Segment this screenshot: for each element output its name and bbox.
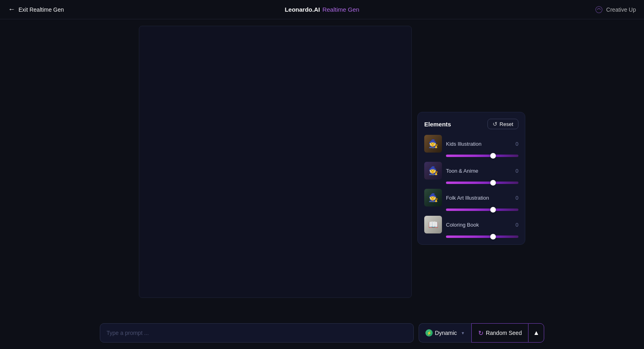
element-thumb-toon: 🧙 xyxy=(424,162,442,180)
element-thumb-folk: 🧙 xyxy=(424,189,442,207)
random-seed-label: Random Seed xyxy=(486,330,522,336)
dynamic-label: Dynamic xyxy=(435,330,457,336)
slider-track-folk xyxy=(446,209,518,211)
bottom-bar: ⚡ Dynamic ▼ ↻ Random Seed ▲ xyxy=(0,317,644,349)
element-name-folk: Folk Art Illustration xyxy=(446,195,489,201)
slider-container-toon[interactable] xyxy=(446,182,518,184)
slider-container-folk[interactable] xyxy=(446,209,518,211)
reset-icon: ↺ xyxy=(493,121,497,127)
element-row-coloring: 📖 Coloring Book 0 xyxy=(424,216,518,233)
exit-button[interactable]: ← Exit Realtime Gen xyxy=(8,5,64,14)
elements-panel: Elements ↺ Reset 🧙 Kids Illustration 0 🧙… xyxy=(417,112,525,245)
creative-up-label: Creative Up xyxy=(606,6,636,13)
element-value-kids: 0 xyxy=(516,141,518,147)
element-item-folk: 🧙 Folk Art Illustration 0 xyxy=(424,189,518,211)
slider-track-coloring xyxy=(446,235,518,238)
element-info-folk: Folk Art Illustration 0 xyxy=(446,195,518,201)
main-canvas xyxy=(139,26,412,298)
elements-header: Elements ↺ Reset xyxy=(424,119,518,129)
creative-up-icon xyxy=(595,6,603,14)
header-right: Creative Up xyxy=(595,6,636,14)
header-subtitle: Realtime Gen xyxy=(322,6,359,13)
logo-text: Leonardo.AI xyxy=(285,6,320,13)
svg-point-0 xyxy=(596,6,602,13)
element-value-toon: 0 xyxy=(516,168,518,174)
element-name-toon: Toon & Anime xyxy=(446,168,478,174)
element-value-folk: 0 xyxy=(516,195,518,201)
element-item-kids: 🧙 Kids Illustration 0 xyxy=(424,135,518,157)
bottom-controls: ⚡ Dynamic ▼ ↻ Random Seed ▲ xyxy=(419,323,545,343)
elements-title: Elements xyxy=(424,121,451,128)
expand-icon: ▲ xyxy=(533,329,540,337)
slider-track-kids xyxy=(446,155,518,157)
prompt-input-wrapper xyxy=(100,323,414,343)
chevron-down-icon: ▼ xyxy=(461,331,465,335)
element-item-toon: 🧙 Toon & Anime 0 xyxy=(424,162,518,184)
slider-thumb-toon xyxy=(490,180,496,186)
element-item-coloring: 📖 Coloring Book 0 xyxy=(424,216,518,238)
element-row-folk: 🧙 Folk Art Illustration 0 xyxy=(424,189,518,207)
exit-label: Exit Realtime Gen xyxy=(19,6,64,13)
expand-button[interactable]: ▲ xyxy=(528,323,544,343)
element-row-toon: 🧙 Toon & Anime 0 xyxy=(424,162,518,180)
slider-container-kids[interactable] xyxy=(446,155,518,157)
element-thumb-coloring: 📖 xyxy=(424,216,442,233)
element-name-coloring: Coloring Book xyxy=(446,222,479,228)
slider-container-coloring[interactable] xyxy=(446,235,518,238)
dynamic-icon: ⚡ xyxy=(425,329,433,337)
element-row-kids: 🧙 Kids Illustration 0 xyxy=(424,135,518,153)
slider-track-toon xyxy=(446,182,518,184)
slider-thumb-coloring xyxy=(490,234,496,240)
reset-label: Reset xyxy=(500,121,513,127)
element-info-kids: Kids Illustration 0 xyxy=(446,141,518,147)
slider-thumb-kids xyxy=(490,153,496,159)
slider-thumb-folk xyxy=(490,207,496,213)
header-center: Leonardo.AI Realtime Gen xyxy=(285,6,359,13)
prompt-input[interactable] xyxy=(100,323,414,343)
element-info-toon: Toon & Anime 0 xyxy=(446,168,518,174)
seed-icon: ↻ xyxy=(478,329,483,337)
dynamic-button[interactable]: ⚡ Dynamic ▼ xyxy=(419,323,471,343)
random-seed-button[interactable]: ↻ Random Seed xyxy=(471,323,528,343)
header: ← Exit Realtime Gen Leonardo.AI Realtime… xyxy=(0,0,644,19)
element-info-coloring: Coloring Book 0 xyxy=(446,222,518,228)
element-name-kids: Kids Illustration xyxy=(446,141,481,147)
back-arrow-icon: ← xyxy=(8,5,15,14)
reset-button[interactable]: ↺ Reset xyxy=(487,119,518,129)
element-thumb-kids: 🧙 xyxy=(424,135,442,153)
element-value-coloring: 0 xyxy=(516,222,518,228)
